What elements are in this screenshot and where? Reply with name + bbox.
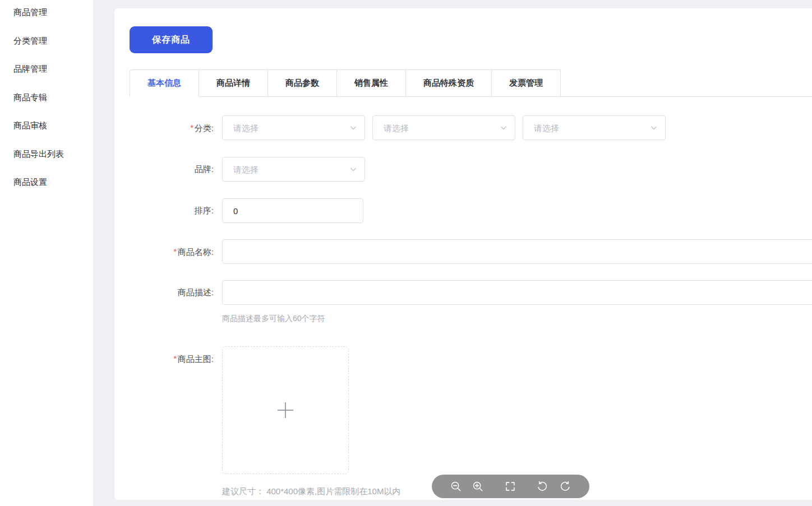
required-mark: * bbox=[173, 247, 176, 256]
save-product-button[interactable]: 保存商品 bbox=[130, 26, 213, 53]
sort-label: 排序: bbox=[114, 198, 214, 223]
plus-icon bbox=[276, 401, 294, 419]
sidebar-item-brand-management[interactable]: 品牌管理 bbox=[0, 55, 93, 83]
category-select-level2[interactable] bbox=[372, 115, 515, 140]
brand-select-input[interactable] bbox=[223, 157, 365, 181]
product-name-input[interactable] bbox=[222, 239, 812, 264]
form-row-sort: 排序: bbox=[114, 198, 363, 223]
form-row-product-name: *商品名称: bbox=[114, 239, 812, 264]
required-mark: * bbox=[190, 123, 193, 132]
sidebar-item-product-album[interactable]: 商品专辑 bbox=[0, 83, 93, 112]
main-image-hint: 建议尺寸： 400*400像素,图片需限制在10M以内 bbox=[222, 486, 400, 497]
form-row-product-description: 商品描述: bbox=[114, 280, 812, 305]
tab-product-params[interactable]: 商品参数 bbox=[268, 69, 337, 97]
category-select-level3[interactable] bbox=[523, 115, 666, 140]
sort-input[interactable] bbox=[222, 198, 363, 223]
tab-invoice-management[interactable]: 发票管理 bbox=[492, 69, 561, 97]
sidebar-item-product-management[interactable]: 商品管理 bbox=[0, 0, 93, 27]
zoom-out-icon[interactable] bbox=[450, 480, 462, 493]
fullscreen-icon[interactable] bbox=[504, 480, 516, 493]
product-name-label: *商品名称: bbox=[114, 239, 214, 264]
tab-bar-filler bbox=[561, 69, 812, 97]
zoom-in-icon[interactable] bbox=[472, 480, 484, 493]
tab-special-qualification[interactable]: 商品特殊资质 bbox=[406, 69, 492, 97]
product-description-input[interactable] bbox=[222, 280, 812, 305]
product-description-hint: 商品描述最多可输入60个字符 bbox=[222, 314, 325, 324]
category-select-level2-input[interactable] bbox=[373, 116, 515, 140]
tab-sale-attributes[interactable]: 销售属性 bbox=[337, 69, 406, 97]
main-image-label: *商品主图: bbox=[114, 346, 214, 372]
sidebar: 商品管理 分类管理 品牌管理 商品专辑 商品审核 商品导出列表 商品设置 bbox=[0, 0, 94, 506]
required-mark: * bbox=[173, 354, 176, 363]
brand-select[interactable] bbox=[222, 157, 365, 182]
category-select-level1[interactable] bbox=[222, 115, 365, 140]
sidebar-item-product-settings[interactable]: 商品设置 bbox=[0, 168, 93, 197]
form-row-brand: 品牌: bbox=[114, 157, 365, 182]
sidebar-item-product-export-list[interactable]: 商品导出列表 bbox=[0, 140, 93, 169]
product-description-label: 商品描述: bbox=[114, 280, 214, 305]
image-viewer-toolbar bbox=[432, 475, 589, 498]
tab-basic-info[interactable]: 基本信息 bbox=[130, 69, 199, 97]
category-select-level1-input[interactable] bbox=[223, 116, 365, 140]
category-select-level3-input[interactable] bbox=[523, 116, 665, 140]
main-content-card: 保存商品 基本信息 商品详情 商品参数 销售属性 商品特殊资质 发票管理 *分类… bbox=[114, 8, 812, 500]
sidebar-item-category-management[interactable]: 分类管理 bbox=[0, 27, 93, 55]
rotate-left-icon[interactable] bbox=[536, 480, 548, 493]
tab-product-detail[interactable]: 商品详情 bbox=[199, 69, 268, 97]
main-image-upload-box[interactable] bbox=[222, 346, 349, 474]
rotate-right-icon[interactable] bbox=[559, 480, 571, 493]
tab-bar: 基本信息 商品详情 商品参数 销售属性 商品特殊资质 发票管理 bbox=[130, 69, 812, 97]
form-row-category: *分类: bbox=[114, 115, 666, 141]
sidebar-item-product-review[interactable]: 商品审核 bbox=[0, 112, 93, 140]
brand-label: 品牌: bbox=[114, 157, 214, 182]
form-row-main-image: *商品主图: bbox=[114, 346, 349, 474]
page: 商品管理 分类管理 品牌管理 商品专辑 商品审核 商品导出列表 商品设置 保存商… bbox=[0, 0, 812, 506]
category-label: *分类: bbox=[114, 115, 214, 141]
